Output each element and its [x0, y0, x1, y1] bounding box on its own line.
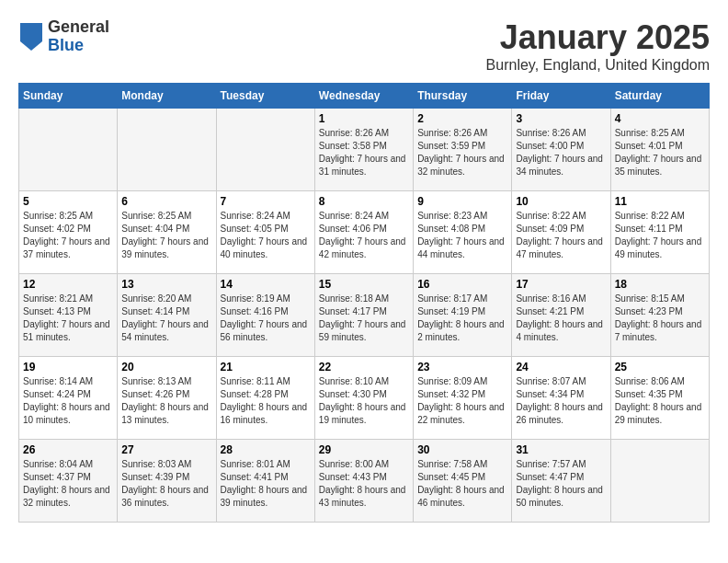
title-block: January 2025 Burnley, England, United Ki… [486, 18, 710, 74]
calendar-week-row: 26Sunrise: 8:04 AMSunset: 4:37 PMDayligh… [19, 440, 710, 523]
day-info: Sunrise: 8:21 AMSunset: 4:13 PMDaylight:… [23, 293, 113, 344]
day-info: Sunrise: 8:09 AMSunset: 4:32 PMDaylight:… [417, 375, 507, 427]
calendar-table: SundayMondayTuesdayWednesdayThursdayFrid… [18, 83, 710, 523]
logo-general: General [48, 18, 109, 37]
weekday-header-row: SundayMondayTuesdayWednesdayThursdayFrid… [19, 84, 710, 109]
day-number: 26 [23, 443, 113, 456]
calendar-cell: 26Sunrise: 8:04 AMSunset: 4:37 PMDayligh… [19, 440, 118, 523]
day-info: Sunrise: 8:00 AMSunset: 4:43 PMDaylight:… [319, 458, 409, 510]
day-info: Sunrise: 8:14 AMSunset: 4:24 PMDaylight:… [23, 375, 113, 427]
day-info: Sunrise: 8:16 AMSunset: 4:21 PMDaylight:… [516, 293, 606, 344]
day-info: Sunrise: 8:17 AMSunset: 4:19 PMDaylight:… [417, 293, 507, 344]
calendar-cell: 31Sunrise: 7:57 AMSunset: 4:47 PMDayligh… [512, 440, 610, 523]
day-info: Sunrise: 8:06 AMSunset: 4:35 PMDaylight:… [615, 375, 705, 427]
day-number: 16 [417, 278, 507, 291]
calendar-cell: 6Sunrise: 8:25 AMSunset: 4:04 PMDaylight… [118, 191, 216, 274]
day-number: 25 [615, 361, 705, 373]
day-info: Sunrise: 8:13 AMSunset: 4:26 PMDaylight:… [121, 375, 211, 427]
day-number: 27 [121, 443, 211, 456]
day-info: Sunrise: 8:25 AMSunset: 4:01 PMDaylight:… [615, 127, 705, 178]
day-number: 11 [615, 195, 705, 208]
day-info: Sunrise: 8:15 AMSunset: 4:23 PMDaylight:… [615, 293, 705, 344]
day-number: 12 [23, 278, 113, 291]
calendar-week-row: 1Sunrise: 8:26 AMSunset: 3:58 PMDaylight… [19, 109, 710, 191]
logo-text: General Blue [48, 18, 109, 55]
weekday-header: Monday [118, 84, 216, 109]
day-info: Sunrise: 8:25 AMSunset: 4:02 PMDaylight:… [23, 210, 113, 261]
day-info: Sunrise: 8:11 AMSunset: 4:28 PMDaylight:… [221, 375, 311, 427]
day-number: 4 [615, 112, 705, 125]
day-number: 24 [516, 361, 606, 373]
day-info: Sunrise: 8:04 AMSunset: 4:37 PMDaylight:… [23, 458, 113, 510]
day-number: 21 [221, 361, 311, 373]
day-number: 7 [221, 195, 311, 208]
day-number: 5 [23, 195, 113, 208]
calendar-cell [19, 109, 118, 191]
svg-marker-0 [20, 23, 42, 51]
day-number: 28 [221, 443, 311, 456]
day-number: 3 [516, 112, 606, 125]
day-info: Sunrise: 8:10 AMSunset: 4:30 PMDaylight:… [319, 375, 409, 427]
day-number: 13 [121, 278, 211, 291]
weekday-header: Saturday [610, 84, 709, 109]
calendar-cell: 17Sunrise: 8:16 AMSunset: 4:21 PMDayligh… [512, 274, 610, 357]
calendar-cell: 29Sunrise: 8:00 AMSunset: 4:43 PMDayligh… [314, 440, 413, 523]
calendar-week-row: 5Sunrise: 8:25 AMSunset: 4:02 PMDaylight… [19, 191, 710, 274]
day-number: 31 [516, 443, 606, 456]
month-title: January 2025 [486, 18, 710, 57]
day-info: Sunrise: 8:01 AMSunset: 4:41 PMDaylight:… [221, 458, 311, 510]
calendar-cell: 25Sunrise: 8:06 AMSunset: 4:35 PMDayligh… [610, 357, 709, 440]
day-number: 2 [417, 112, 507, 125]
day-number: 1 [319, 112, 409, 125]
location: Burnley, England, United Kingdom [486, 57, 710, 74]
day-number: 10 [516, 195, 606, 208]
calendar-cell: 18Sunrise: 8:15 AMSunset: 4:23 PMDayligh… [610, 274, 709, 357]
day-number: 19 [23, 361, 113, 373]
weekday-header: Thursday [414, 84, 512, 109]
logo-blue: Blue [48, 37, 109, 55]
calendar-week-row: 19Sunrise: 8:14 AMSunset: 4:24 PMDayligh… [19, 357, 710, 440]
calendar-cell: 7Sunrise: 8:24 AMSunset: 4:05 PMDaylight… [216, 191, 314, 274]
weekday-header: Friday [512, 84, 610, 109]
day-info: Sunrise: 7:58 AMSunset: 4:45 PMDaylight:… [417, 458, 507, 510]
logo-icon [20, 23, 42, 51]
calendar-cell [118, 109, 216, 191]
calendar-cell: 22Sunrise: 8:10 AMSunset: 4:30 PMDayligh… [314, 357, 413, 440]
calendar-cell: 3Sunrise: 8:26 AMSunset: 4:00 PMDaylight… [512, 109, 610, 191]
day-info: Sunrise: 8:23 AMSunset: 4:08 PMDaylight:… [417, 210, 507, 261]
day-info: Sunrise: 7:57 AMSunset: 4:47 PMDaylight:… [516, 458, 606, 510]
day-info: Sunrise: 8:18 AMSunset: 4:17 PMDaylight:… [319, 293, 409, 344]
calendar-cell: 4Sunrise: 8:25 AMSunset: 4:01 PMDaylight… [610, 109, 709, 191]
day-number: 18 [615, 278, 705, 291]
day-number: 9 [417, 195, 507, 208]
day-info: Sunrise: 8:26 AMSunset: 3:58 PMDaylight:… [319, 127, 409, 178]
logo: General Blue [18, 18, 109, 55]
weekday-header: Wednesday [314, 84, 413, 109]
day-number: 6 [121, 195, 211, 208]
day-number: 22 [319, 361, 409, 373]
calendar-cell: 10Sunrise: 8:22 AMSunset: 4:09 PMDayligh… [512, 191, 610, 274]
calendar-cell: 16Sunrise: 8:17 AMSunset: 4:19 PMDayligh… [414, 274, 512, 357]
page-header: General Blue January 2025 Burnley, Engla… [18, 18, 710, 74]
day-number: 15 [319, 278, 409, 291]
day-info: Sunrise: 8:19 AMSunset: 4:16 PMDaylight:… [221, 293, 311, 344]
calendar-cell: 8Sunrise: 8:24 AMSunset: 4:06 PMDaylight… [314, 191, 413, 274]
calendar-cell: 19Sunrise: 8:14 AMSunset: 4:24 PMDayligh… [19, 357, 118, 440]
calendar-cell [216, 109, 314, 191]
day-info: Sunrise: 8:26 AMSunset: 4:00 PMDaylight:… [516, 127, 606, 178]
calendar-cell: 21Sunrise: 8:11 AMSunset: 4:28 PMDayligh… [216, 357, 314, 440]
calendar-cell: 2Sunrise: 8:26 AMSunset: 3:59 PMDaylight… [414, 109, 512, 191]
calendar-cell: 27Sunrise: 8:03 AMSunset: 4:39 PMDayligh… [118, 440, 216, 523]
day-number: 17 [516, 278, 606, 291]
day-info: Sunrise: 8:20 AMSunset: 4:14 PMDaylight:… [121, 293, 211, 344]
calendar-cell [610, 440, 709, 523]
calendar-cell: 30Sunrise: 7:58 AMSunset: 4:45 PMDayligh… [414, 440, 512, 523]
calendar-cell: 5Sunrise: 8:25 AMSunset: 4:02 PMDaylight… [19, 191, 118, 274]
day-number: 20 [121, 361, 211, 373]
day-info: Sunrise: 8:22 AMSunset: 4:11 PMDaylight:… [615, 210, 705, 261]
calendar-cell: 11Sunrise: 8:22 AMSunset: 4:11 PMDayligh… [610, 191, 709, 274]
calendar-cell: 20Sunrise: 8:13 AMSunset: 4:26 PMDayligh… [118, 357, 216, 440]
calendar-cell: 23Sunrise: 8:09 AMSunset: 4:32 PMDayligh… [414, 357, 512, 440]
weekday-header: Tuesday [216, 84, 314, 109]
calendar-cell: 15Sunrise: 8:18 AMSunset: 4:17 PMDayligh… [314, 274, 413, 357]
